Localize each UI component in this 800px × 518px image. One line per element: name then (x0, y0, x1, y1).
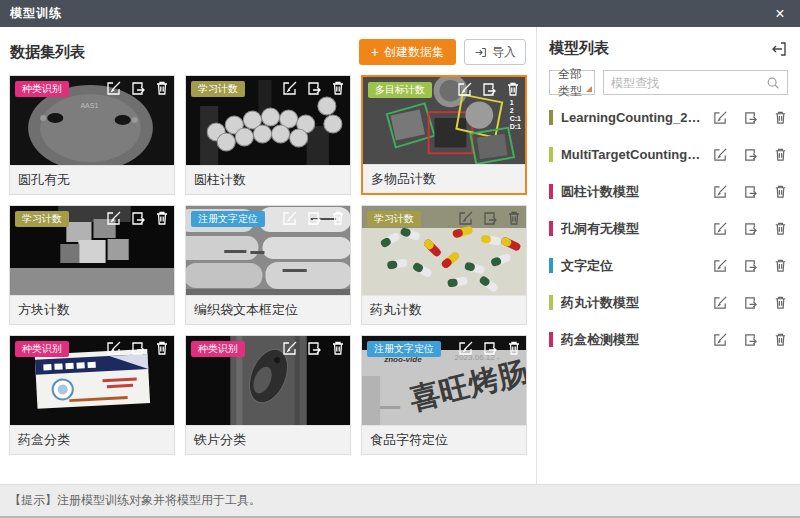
model-name: 药盒检测模型 (561, 331, 705, 349)
model-name: 文字定位 (561, 257, 705, 275)
edit-icon[interactable] (282, 80, 298, 96)
delete-icon[interactable] (505, 81, 521, 97)
edit-icon[interactable] (713, 184, 728, 199)
dataset-header-row: 数据集列表 + 创建数据集 导入 (0, 27, 536, 75)
export-icon[interactable] (306, 210, 322, 226)
delete-icon[interactable] (506, 340, 522, 356)
model-row[interactable]: 药丸计数模型 (549, 284, 788, 321)
edit-icon[interactable] (713, 110, 728, 125)
export-icon[interactable] (481, 81, 497, 97)
delete-icon[interactable] (154, 340, 170, 356)
model-row[interactable]: 文字定位 (549, 247, 788, 284)
delete-icon[interactable] (154, 210, 170, 226)
delete-icon[interactable] (154, 80, 170, 96)
export-icon[interactable] (743, 295, 758, 310)
import-dataset-button[interactable]: 导入 (464, 39, 526, 65)
delete-icon[interactable] (773, 295, 788, 310)
delete-icon[interactable] (773, 221, 788, 236)
delete-icon[interactable] (506, 210, 522, 226)
export-icon[interactable] (130, 210, 146, 226)
dataset-title: 药丸计数 (362, 295, 526, 324)
create-dataset-button[interactable]: + 创建数据集 (359, 39, 456, 65)
delete-icon[interactable] (330, 210, 346, 226)
export-icon[interactable] (743, 147, 758, 162)
dataset-card-block-count[interactable]: 学习计数 方块计数 (9, 205, 175, 325)
model-search-input[interactable] (611, 76, 766, 90)
edit-icon[interactable] (713, 147, 728, 162)
dataset-card-medicine-box-classify[interactable]: 种类识别 药盒分类 (9, 335, 175, 455)
dataset-card-multi-object-count[interactable]: 多目标计数 1 2 C:1 D:1 多物品计数 (361, 75, 527, 195)
hint-text: 【提示】注册模型训练对象并将模型用于工具。 (9, 492, 261, 509)
model-type-select[interactable]: 全部类型 (549, 70, 595, 95)
model-type-color-bar (549, 184, 553, 199)
edit-icon[interactable] (106, 210, 122, 226)
dataset-title: 编织袋文本框定位 (186, 295, 350, 324)
edit-icon[interactable] (713, 295, 728, 310)
edit-icon[interactable] (457, 81, 473, 97)
dataset-card-round-hole[interactable]: AAS1 种类识别 圆孔有无 (9, 75, 175, 195)
model-row[interactable]: 药盒检测模型 (549, 321, 788, 358)
plus-icon: + (371, 45, 379, 59)
dataset-card-pill-count[interactable]: 学习计数 药丸计数 (361, 205, 527, 325)
edit-icon[interactable] (282, 210, 298, 226)
dataset-thumbnail: 学习计数 (186, 76, 350, 165)
export-models-icon[interactable] (770, 40, 788, 58)
export-icon[interactable] (743, 110, 758, 125)
model-row[interactable]: LearningCounting_25080... (549, 99, 788, 136)
dataset-title: 圆孔有无 (10, 165, 174, 194)
dataset-card-woven-bag-text[interactable]: 注册文字定位 编织袋文本框定位 (185, 205, 351, 325)
delete-icon[interactable] (330, 340, 346, 356)
import-icon (474, 46, 487, 59)
edit-icon[interactable] (458, 210, 474, 226)
dataset-grid: AAS1 种类识别 圆孔有无 (9, 75, 527, 455)
model-row[interactable]: MultiTargetCounting_25... (549, 136, 788, 173)
edit-icon[interactable] (282, 340, 298, 356)
delete-icon[interactable] (330, 80, 346, 96)
dataset-title: 铁片分类 (186, 425, 350, 454)
export-icon[interactable] (306, 80, 322, 96)
delete-icon[interactable] (773, 147, 788, 162)
edit-icon[interactable] (713, 258, 728, 273)
delete-icon[interactable] (773, 184, 788, 199)
model-type-color-bar (549, 295, 553, 310)
model-row[interactable]: 圆柱计数模型 (549, 173, 788, 210)
model-type-color-bar (549, 110, 553, 125)
svg-text:AAS1: AAS1 (80, 102, 98, 109)
export-icon[interactable] (130, 80, 146, 96)
dataset-card-cylinder-count[interactable]: 学习计数 圆柱计数 (185, 75, 351, 195)
dataset-card-food-character-locate[interactable]: znoo-vide 2023.06.12 - 喜旺烤肠 注册文字定位 食品字符定… (361, 335, 527, 455)
edit-icon[interactable] (713, 332, 728, 347)
search-icon[interactable] (766, 76, 780, 90)
model-list-title: 模型列表 (549, 39, 609, 58)
export-icon[interactable] (482, 340, 498, 356)
model-header-row: 模型列表 (549, 39, 788, 58)
dataset-card-iron-piece-classify[interactable]: 种类识别 铁片分类 (185, 335, 351, 455)
export-icon[interactable] (743, 184, 758, 199)
edit-icon[interactable] (106, 340, 122, 356)
export-icon[interactable] (743, 332, 758, 347)
delete-icon[interactable] (773, 110, 788, 125)
close-icon[interactable]: × (770, 6, 790, 22)
dataset-tag: 种类识别 (191, 341, 245, 357)
edit-icon[interactable] (458, 340, 474, 356)
delete-icon[interactable] (773, 258, 788, 273)
delete-icon[interactable] (773, 332, 788, 347)
dataset-title: 药盒分类 (10, 425, 174, 454)
model-type-value: 全部类型 (558, 66, 586, 100)
export-icon[interactable] (306, 340, 322, 356)
dataset-tag: 注册文字定位 (367, 341, 441, 357)
export-icon[interactable] (130, 340, 146, 356)
export-icon[interactable] (482, 210, 498, 226)
dataset-list-title: 数据集列表 (10, 43, 85, 62)
dataset-panel: 数据集列表 + 创建数据集 导入 AAS1 (0, 27, 536, 484)
edit-icon[interactable] (106, 80, 122, 96)
dataset-thumbnail: znoo-vide 2023.06.12 - 喜旺烤肠 注册文字定位 (362, 336, 526, 425)
annotation-counts: 1 2 C:1 D:1 (510, 99, 521, 131)
dataset-thumbnail: 种类识别 (186, 336, 350, 425)
export-icon[interactable] (743, 221, 758, 236)
edit-icon[interactable] (713, 221, 728, 236)
export-icon[interactable] (743, 258, 758, 273)
model-name: MultiTargetCounting_25... (561, 147, 705, 162)
dataset-thumbnail: 注册文字定位 (186, 206, 350, 295)
model-row[interactable]: 孔洞有无模型 (549, 210, 788, 247)
